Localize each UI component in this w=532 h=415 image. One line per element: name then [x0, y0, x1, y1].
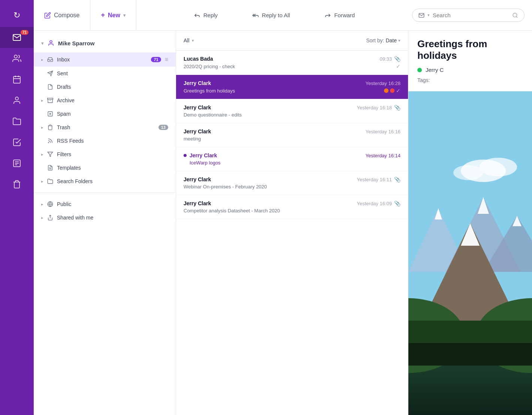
- templates-label: Templates: [57, 165, 168, 171]
- compose-button[interactable]: Compose: [34, 0, 90, 30]
- attachment-icon: 📎: [394, 56, 400, 62]
- filters-label: Filters: [57, 151, 168, 157]
- email-row[interactable]: Jerry Clark Yesterday 16:18 📎 Demo quest…: [176, 99, 408, 123]
- email-row[interactable]: Jerry Clark Yesterday 16:09 📎 Competitor…: [176, 195, 408, 219]
- check-icon: ✓: [396, 88, 400, 94]
- nav-tasks[interactable]: [0, 132, 34, 153]
- sort-date-button[interactable]: Date: [386, 37, 397, 43]
- sent-icon: [47, 70, 53, 76]
- nav-contacts[interactable]: [0, 48, 34, 69]
- filter-all-button[interactable]: All ▾: [184, 37, 194, 43]
- nav-mail[interactable]: 71: [0, 27, 34, 48]
- email-sender: Jerry Clark: [184, 80, 211, 86]
- nav-trash[interactable]: [0, 174, 34, 195]
- svg-marker-21: [48, 152, 52, 157]
- email-row[interactable]: Jerry Clark Yesterday 16:28 Greetings fr…: [176, 75, 408, 99]
- search-input[interactable]: [433, 12, 509, 18]
- toolbar-right: ▾: [412, 9, 532, 22]
- red-tag: [390, 88, 395, 93]
- forward-button[interactable]: Forward: [318, 9, 361, 22]
- nav-user[interactable]: [0, 90, 34, 111]
- filter-chevron-icon: ▾: [192, 38, 194, 43]
- sidebar-item-spam[interactable]: Spam: [34, 107, 176, 121]
- sidebar-item-filters[interactable]: ▸ Filters: [34, 148, 176, 161]
- reply-all-button[interactable]: Reply to All: [246, 9, 296, 22]
- sidebar-item-rss[interactable]: RSS Feeds: [34, 134, 176, 148]
- sidebar-item-drafts[interactable]: Drafts: [34, 80, 176, 94]
- email-sender: Jerry Clark: [184, 104, 211, 110]
- sidebar-item-archive[interactable]: ▸ Archive: [34, 94, 176, 107]
- chevron-right-icon: ▸: [41, 125, 43, 130]
- top-toolbar: Compose + New ▾ Reply: [34, 0, 532, 31]
- svg-rect-42: [408, 343, 532, 366]
- reply-button[interactable]: Reply: [188, 9, 224, 22]
- new-plus-icon: +: [101, 11, 105, 19]
- nav-notes[interactable]: [0, 153, 34, 174]
- refresh-button[interactable]: ↻: [0, 4, 34, 27]
- sidebar-item-trash[interactable]: ▸ Trash 13: [34, 121, 176, 134]
- mail-filter-icon: [418, 12, 424, 18]
- email-subject: Greetings from holidays: [184, 88, 235, 94]
- email-row[interactable]: Jerry Clark Yesterday 16:11 📎 Webinar On…: [176, 171, 408, 195]
- svg-point-30: [453, 165, 483, 180]
- trash-badge: 13: [158, 125, 168, 130]
- nav-calendar[interactable]: [0, 69, 34, 90]
- new-button[interactable]: + New ▾: [90, 0, 136, 30]
- sidebar-item-search-folders[interactable]: ▸ Search Folders: [34, 175, 176, 188]
- svg-point-29: [480, 158, 517, 176]
- list-header: All ▾ Sort by: Date ▾: [176, 31, 408, 51]
- attachment-icon: 📎: [394, 176, 400, 182]
- filter-all-label: All: [184, 37, 190, 43]
- new-label: New: [108, 12, 120, 19]
- chevron-right-icon: ▸: [41, 179, 43, 184]
- sidebar-item-shared[interactable]: ▸ Shared with me: [34, 211, 176, 224]
- email-time-value: Yesterday 16:09: [357, 201, 392, 206]
- drafts-label: Drafts: [57, 84, 168, 90]
- svg-rect-1: [13, 76, 20, 83]
- search-folders-label: Search Folders: [57, 178, 168, 184]
- shared-label: Shared with me: [57, 215, 168, 221]
- chevron-down-icon: ▾: [41, 40, 44, 46]
- chevron-right-icon: ▸: [41, 215, 43, 220]
- email-subject: meeting: [184, 136, 201, 142]
- toolbar-middle: Reply Reply to All Forward: [136, 9, 412, 22]
- sort-area: Sort by: Date ▾: [366, 37, 400, 43]
- tags-label: Tags:: [417, 77, 430, 83]
- inbox-label: Inbox: [57, 57, 147, 63]
- archive-icon: [47, 97, 53, 103]
- email-list-body: Lucas Bada 09:33 📎 2020/2Q pricing - che…: [176, 51, 408, 415]
- sidebar-item-public[interactable]: ▸ Public: [34, 197, 176, 211]
- sort-by-label: Sort by:: [366, 37, 384, 43]
- spam-icon: [47, 111, 53, 117]
- nav-files[interactable]: [0, 111, 34, 132]
- email-time-value: Yesterday 16:16: [366, 129, 400, 134]
- sidebar-item-templates[interactable]: Templates: [34, 161, 176, 175]
- sidebar-item-sent[interactable]: Sent: [34, 67, 176, 80]
- preview-tags-row: Tags:: [417, 77, 523, 84]
- sort-chevron-icon: ▾: [398, 38, 400, 43]
- svg-point-12: [50, 40, 52, 43]
- email-row[interactable]: Lucas Bada 09:33 📎 2020/2Q pricing - che…: [176, 51, 408, 75]
- account-header[interactable]: ▾ Mike Sparrow: [34, 37, 176, 52]
- email-time-value: Yesterday 16:28: [366, 81, 400, 86]
- chevron-right-icon: ▸: [41, 98, 43, 103]
- menu-icon[interactable]: ≡: [165, 56, 168, 63]
- body-area: ▾ Mike Sparrow ▸ Inbox 71 ≡: [34, 31, 532, 415]
- email-subject: Competitor analysis Datasheet - March 20…: [184, 208, 280, 213]
- search-chevron-icon: ▾: [427, 13, 430, 18]
- rss-label: RSS Feeds: [57, 138, 168, 144]
- forward-label: Forward: [334, 12, 355, 18]
- sidebar-item-inbox[interactable]: ▸ Inbox 71 ≡: [34, 52, 176, 67]
- search-icon[interactable]: [512, 12, 518, 18]
- email-row[interactable]: Jerry Clark Yesterday 16:14 IceWarp logo…: [176, 147, 408, 171]
- attachment-icon: 📎: [394, 104, 400, 110]
- orange-tag: [384, 88, 389, 93]
- email-row[interactable]: Jerry Clark Yesterday 16:16 meeting: [176, 123, 408, 147]
- email-time-value: Yesterday 16:11: [357, 177, 392, 182]
- sender-status-dot: [417, 68, 422, 72]
- account-icon: [48, 40, 54, 46]
- reply-all-label: Reply to All: [262, 12, 290, 18]
- mail-badge: 71: [21, 30, 28, 35]
- email-list: All ▾ Sort by: Date ▾ Lucas Bada: [176, 31, 408, 415]
- rss-icon: [47, 138, 53, 144]
